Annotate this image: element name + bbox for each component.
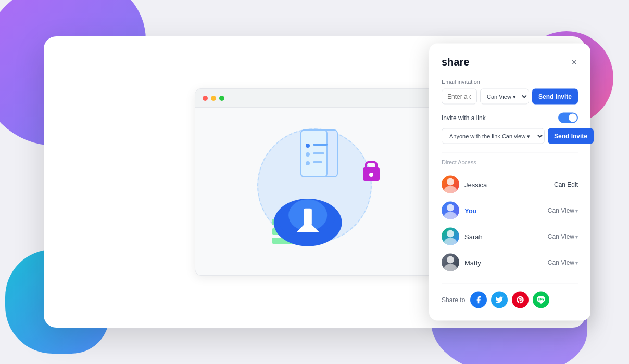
browser-mockup: [195, 88, 434, 276]
share-title: share: [442, 56, 469, 68]
svg-point-6: [306, 161, 310, 165]
user-name-jessica: Jessica: [464, 180, 549, 188]
email-section-label: Email invitation: [442, 79, 578, 85]
svg-rect-15: [304, 209, 312, 226]
send-invite-button-email[interactable]: Send Invite: [532, 89, 578, 105]
share-to-label: Share to: [442, 296, 465, 304]
share-dialog: share × Email invitation Can View ▾ Can …: [429, 44, 590, 321]
svg-point-22: [447, 256, 454, 264]
avatar-matty: [442, 254, 459, 271]
user-row-you: You Can View ▾: [442, 198, 578, 224]
twitter-button[interactable]: [491, 292, 508, 308]
share-to-row: Share to: [442, 284, 578, 308]
email-row: Can View ▾ Can Edit Send Invite: [442, 89, 578, 105]
email-input[interactable]: [442, 89, 477, 105]
browser-dot-red: [203, 96, 208, 101]
browser-content: [195, 108, 434, 275]
browser-topbar: [195, 89, 434, 108]
user-perm-jessica: Can Edit: [554, 181, 578, 188]
user-row: Jessica Can Edit: [442, 172, 578, 198]
permission-select-email[interactable]: Can View ▾ Can Edit: [480, 89, 529, 105]
user-name-matty: Matty: [464, 258, 543, 266]
share-header: share ×: [442, 56, 578, 68]
user-name-you: You: [464, 206, 543, 214]
direct-access-label: Direct Access: [442, 159, 578, 165]
user-row-sarah: Sarah Can View ▾: [442, 224, 578, 250]
svg-point-20: [447, 230, 454, 238]
send-invite-button-link[interactable]: Send Invite: [548, 128, 594, 144]
social-icons: [470, 292, 549, 308]
user-perm-sarah[interactable]: Can View ▾: [548, 233, 578, 240]
svg-rect-3: [313, 144, 328, 146]
main-card: share × Email invitation Can View ▾ Can …: [44, 36, 585, 328]
svg-rect-9: [369, 173, 373, 177]
svg-rect-7: [313, 161, 322, 163]
illustration: [195, 108, 434, 275]
svg-point-17: [444, 186, 457, 193]
user-perm-matty[interactable]: Can View ▾: [548, 259, 578, 266]
avatar-sarah: [442, 228, 459, 245]
svg-point-18: [447, 204, 454, 212]
line-button[interactable]: [533, 292, 549, 308]
browser-dot-green: [219, 96, 224, 101]
svg-point-2: [306, 144, 310, 148]
avatar-jessica: [442, 176, 459, 193]
link-select-row: Anyone with the link Can view ▾ Anyone w…: [442, 128, 578, 144]
pinterest-button[interactable]: [512, 292, 529, 308]
user-list: Jessica Can Edit You Can View ▾ Sarah Ca…: [442, 172, 578, 276]
svg-point-19: [444, 212, 457, 219]
divider: [442, 152, 578, 153]
svg-point-16: [447, 178, 454, 186]
user-perm-you[interactable]: Can View ▾: [548, 207, 578, 214]
lock-icon: [361, 157, 382, 185]
invite-link-row: Invite with a link: [442, 113, 578, 123]
browser-dot-yellow: [211, 96, 216, 101]
svg-rect-5: [313, 152, 324, 154]
link-permission-select[interactable]: Anyone with the link Can view ▾ Anyone w…: [442, 128, 545, 144]
avatar-you: [442, 202, 459, 219]
svg-point-4: [306, 152, 310, 157]
svg-point-21: [444, 238, 457, 245]
close-button[interactable]: ×: [570, 56, 578, 68]
facebook-button[interactable]: [470, 292, 487, 308]
cloud-wrapper: [266, 186, 349, 250]
svg-point-23: [444, 264, 457, 271]
doc-icon: [298, 127, 340, 179]
invite-link-toggle[interactable]: [558, 113, 578, 123]
user-name-sarah: Sarah: [464, 232, 543, 240]
user-row-matty: Matty Can View ▾: [442, 250, 578, 276]
invite-link-label: Invite with a link: [442, 114, 486, 122]
